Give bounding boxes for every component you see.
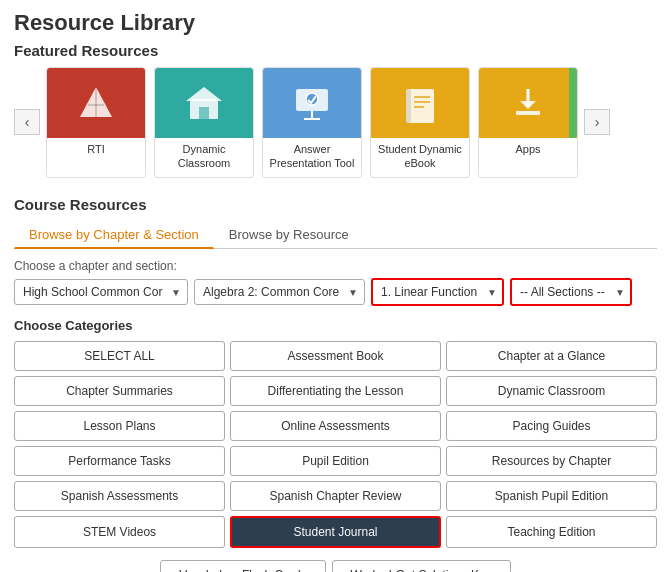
- section-dropdown[interactable]: -- All Sections --: [510, 278, 632, 306]
- featured-card-rti[interactable]: RTI: [46, 67, 146, 178]
- chapter-dropdown-wrap: 1. Linear Function ▼: [371, 278, 504, 306]
- apt-icon-bg: [263, 68, 361, 138]
- sdebook-label: Student Dynamic eBook: [371, 138, 469, 171]
- apps-label: Apps: [479, 138, 577, 156]
- svg-marker-18: [520, 101, 536, 109]
- cat-btn-lesson-plans[interactable]: Lesson Plans: [14, 411, 225, 441]
- dynamic-classroom-label: Dynamic Classroom: [155, 138, 253, 171]
- svg-marker-4: [186, 87, 222, 101]
- featured-card-dynamic-classroom[interactable]: Dynamic Classroom: [154, 67, 254, 178]
- chapter-dropdown[interactable]: 1. Linear Function: [371, 278, 504, 306]
- cat-btn-stem-videos[interactable]: STEM Videos: [14, 516, 225, 548]
- cat-btn-dynamic-classroom[interactable]: Dynamic Classroom: [446, 376, 657, 406]
- featured-card-apps[interactable]: Apps: [478, 67, 578, 178]
- cat-btn-assessment-book[interactable]: Assessment Book: [230, 341, 441, 371]
- tabs-row: Browse by Chapter & Section Browse by Re…: [14, 221, 657, 249]
- svg-rect-5: [199, 107, 209, 119]
- svg-rect-15: [516, 111, 540, 115]
- cat-btn-differentiating[interactable]: Differentiating the Lesson: [230, 376, 441, 406]
- rti-icon-bg: [47, 68, 145, 138]
- course-dropdown[interactable]: High School Common Cor: [14, 279, 188, 305]
- book-dropdown-wrap: Algebra 2: Common Core ▼: [194, 279, 365, 305]
- tab-resource[interactable]: Browse by Resource: [214, 221, 364, 249]
- categories-grid: SELECT ALLAssessment BookChapter at a Gl…: [14, 341, 657, 548]
- carousel-next-button[interactable]: ›: [584, 109, 610, 135]
- cat-btn-pupil-edition[interactable]: Pupil Edition: [230, 446, 441, 476]
- cat-btn-chapter-at-a-glance[interactable]: Chapter at a Glance: [446, 341, 657, 371]
- cat-btn-vocab-flash[interactable]: Vocabulary Flash Cards: [160, 560, 325, 572]
- presentation-icon: [288, 79, 336, 127]
- cat-btn-spanish-pupil-edition[interactable]: Spanish Pupil Edition: [446, 481, 657, 511]
- featured-card-apt[interactable]: Answer Presentation Tool: [262, 67, 362, 178]
- cat-btn-online-assessments[interactable]: Online Assessments: [230, 411, 441, 441]
- section-dropdown-wrap: -- All Sections -- ▼: [510, 278, 632, 306]
- choose-label: Choose a chapter and section:: [14, 259, 657, 273]
- cat-btn-pacing-guides[interactable]: Pacing Guides: [446, 411, 657, 441]
- cat-btn-spanish-assessments[interactable]: Spanish Assessments: [14, 481, 225, 511]
- apt-label: Answer Presentation Tool: [263, 138, 361, 171]
- ebook-icon: [396, 79, 444, 127]
- bottom-categories-row: Vocabulary Flash CardsWorked-Out Solutio…: [14, 560, 657, 572]
- svg-rect-11: [406, 89, 411, 123]
- apps-icon-bg: [479, 68, 577, 138]
- school-icon: [180, 79, 228, 127]
- rti-label: RTI: [47, 138, 145, 156]
- cat-btn-spanish-chapter-review[interactable]: Spanish Chapter Review: [230, 481, 441, 511]
- course-dropdown-wrap: High School Common Cor ▼: [14, 279, 188, 305]
- dropdowns-row: High School Common Cor ▼ Algebra 2: Comm…: [14, 278, 657, 306]
- pyramid-icon: [72, 79, 120, 127]
- course-title: Course Resources: [14, 196, 657, 213]
- cat-btn-resources-by-chapter[interactable]: Resources by Chapter: [446, 446, 657, 476]
- cat-btn-performance-tasks[interactable]: Performance Tasks: [14, 446, 225, 476]
- cat-btn-chapter-summaries[interactable]: Chapter Summaries: [14, 376, 225, 406]
- sdebook-icon-bg: [371, 68, 469, 138]
- dynamic-icon-bg: [155, 68, 253, 138]
- featured-title: Featured Resources: [14, 42, 657, 59]
- tab-chapter-section[interactable]: Browse by Chapter & Section: [14, 221, 214, 249]
- carousel-prev-button[interactable]: ‹: [14, 109, 40, 135]
- book-dropdown[interactable]: Algebra 2: Common Core: [194, 279, 365, 305]
- cat-btn-select-all[interactable]: SELECT ALL: [14, 341, 225, 371]
- featured-section: Featured Resources ‹ RTI: [14, 42, 657, 178]
- carousel-items: RTI Dynamic Classroom: [46, 67, 578, 178]
- featured-carousel: ‹ RTI: [14, 67, 657, 178]
- featured-card-sdebook[interactable]: Student Dynamic eBook: [370, 67, 470, 178]
- progress-bar: [569, 68, 577, 138]
- choose-categories-label: Choose Categories: [14, 318, 657, 333]
- page-title: Resource Library: [14, 10, 657, 36]
- download-icon: [504, 79, 552, 127]
- cat-btn-student-journal[interactable]: Student Journal: [230, 516, 441, 548]
- cat-btn-teaching-edition[interactable]: Teaching Edition: [446, 516, 657, 548]
- cat-btn-worked-out[interactable]: Worked-Out Solutions Key: [332, 560, 511, 572]
- course-section: Course Resources Browse by Chapter & Sec…: [14, 196, 657, 572]
